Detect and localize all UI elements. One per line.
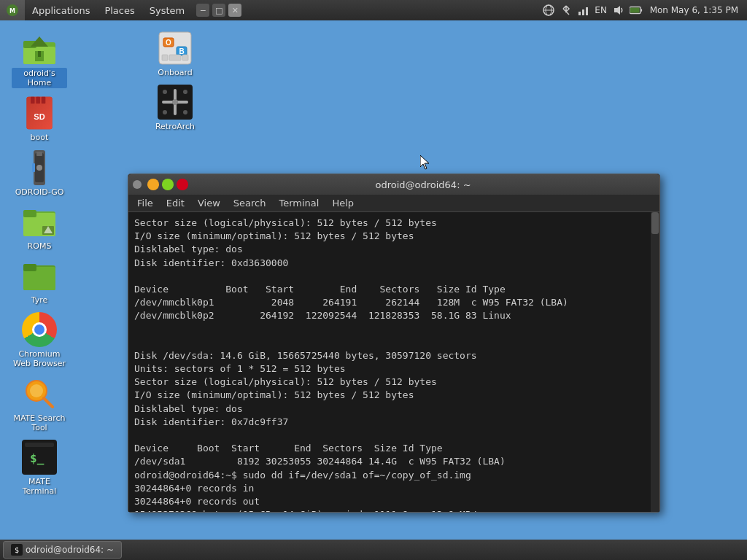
svg-rect-5 <box>578 12 581 15</box>
home-icon-label: odroid's Home <box>12 68 67 88</box>
chromium-label: Chromium Web Browser <box>12 349 67 368</box>
svg-rect-7 <box>586 7 588 15</box>
terminal-task-icon: $ <box>11 544 23 556</box>
terminal-body: Sector size (logical/physical): 512 byte… <box>128 212 659 512</box>
terminal-content-area[interactable]: Sector size (logical/physical): 512 byte… <box>128 212 651 512</box>
search-tool-icon <box>22 376 57 411</box>
svg-rect-20 <box>31 97 35 104</box>
svg-rect-10 <box>640 9 642 12</box>
terminal-menubar: File Edit View Search Terminal Help <box>128 195 659 212</box>
onboard-keyboard-icon: O B <box>158 31 193 66</box>
bluetooth-icon[interactable] <box>560 4 573 17</box>
desktop-icon-retroarch[interactable]: RetroArch <box>146 85 204 131</box>
terminal-menu-view[interactable]: View <box>192 195 226 211</box>
home-folder-icon <box>22 31 57 66</box>
odroid-go-icon <box>22 150 57 185</box>
svg-rect-28 <box>32 163 35 172</box>
odroid-go-label: ODROID-GO <box>15 187 64 197</box>
taskbar-bottom: $ odroid@odroid64: ~ <box>0 540 747 560</box>
terminal-scrollbar[interactable] <box>651 212 659 512</box>
svg-point-54 <box>183 90 187 94</box>
places-menu[interactable]: Places <box>97 0 142 20</box>
terminal-scrollbar-thumb[interactable] <box>651 212 659 234</box>
applications-menu[interactable]: Applications <box>25 0 97 20</box>
svg-point-55 <box>163 110 167 114</box>
desktop-icon-onboard[interactable]: O B Onboard <box>146 31 204 77</box>
terminal-maximize-btn[interactable] <box>162 179 174 190</box>
onboard-label: Onboard <box>158 68 192 77</box>
svg-point-52 <box>172 99 178 105</box>
svg-rect-21 <box>36 97 40 104</box>
terminal-title: odroid@odroid64: ~ <box>191 179 655 190</box>
desktop-icon-search[interactable]: MATE Search Tool <box>10 376 69 432</box>
signal-icon[interactable] <box>577 4 590 17</box>
svg-rect-36 <box>23 264 36 271</box>
minimize-control[interactable]: ─ <box>196 4 209 17</box>
svg-text:$_: $_ <box>30 451 44 465</box>
terminal-close-btn[interactable] <box>177 179 188 190</box>
boot-sd-icon: SD <box>22 96 57 131</box>
top-menu-items: M Applications Places System ─ □ ✕ <box>0 0 246 20</box>
desktop-icon-odroid-go[interactable]: ODROID-GO <box>10 150 69 197</box>
svg-line-39 <box>44 398 53 407</box>
tyre-icon-label: Tyre <box>31 295 48 305</box>
desktop-icon-boot[interactable]: SD boot <box>10 96 69 142</box>
terminal-window: odroid@odroid64: ~ File Edit View Search… <box>128 174 660 513</box>
volume-icon[interactable] <box>612 4 625 17</box>
tyre-folder-icon <box>22 258 57 293</box>
svg-point-53 <box>163 90 167 94</box>
terminal-taskbar-item[interactable]: $ odroid@odroid64: ~ <box>3 541 122 559</box>
desktop-icon-home[interactable]: odroid's Home <box>10 31 69 88</box>
close-control[interactable]: ✕ <box>228 4 241 17</box>
search-tool-label: MATE Search Tool <box>12 413 67 432</box>
desktop-icon-tyre[interactable]: Tyre <box>10 258 69 305</box>
svg-marker-8 <box>614 6 620 15</box>
network-icon[interactable] <box>542 4 555 17</box>
terminal-desktop-icon: $_ <box>22 440 57 475</box>
taskbar-top: M Applications Places System ─ □ ✕ <box>0 0 747 20</box>
terminal-titlebar: odroid@odroid64: ~ <box>128 174 659 195</box>
desktop-icon-terminal[interactable]: $_ MATE Terminal <box>10 440 69 496</box>
svg-point-56 <box>183 110 187 114</box>
svg-point-27 <box>36 165 42 171</box>
chromium-icon <box>22 312 57 347</box>
svg-text:B: B <box>179 47 184 55</box>
mate-logo[interactable]: M <box>0 0 25 20</box>
terminal-menu-edit[interactable]: Edit <box>160 195 190 211</box>
svg-point-38 <box>30 384 43 397</box>
terminal-menu-file[interactable]: File <box>131 195 159 211</box>
svg-rect-26 <box>36 152 42 156</box>
terminal-icon-small <box>133 180 142 189</box>
desktop-icons-col2: O B Onboard <box>146 31 204 131</box>
svg-text:O: O <box>166 39 171 47</box>
maximize-control[interactable]: □ <box>212 4 225 17</box>
clock[interactable]: Mon May 6, 1:35 PM <box>647 4 741 17</box>
language-indicator[interactable]: EN <box>595 4 608 17</box>
svg-rect-50 <box>182 55 188 61</box>
terminal-task-label: odroid@odroid64: ~ <box>26 545 114 555</box>
desktop-icon-roms[interactable]: ROMS <box>10 204 69 251</box>
desktop-icon-chromium[interactable]: Chromium Web Browser <box>10 312 69 368</box>
svg-text:M: M <box>9 8 15 15</box>
roms-folder-icon <box>22 204 57 239</box>
terminal-menu-search[interactable]: Search <box>228 195 272 211</box>
system-tray: EN Mon May 6, 1:35 PM <box>542 4 747 17</box>
system-menu[interactable]: System <box>142 0 192 20</box>
desktop-icons-col1: odroid's Home SD <box>0 20 69 496</box>
retroarch-label: RetroArch <box>155 122 195 131</box>
svg-rect-41 <box>25 443 54 447</box>
svg-text:SD: SD <box>34 113 44 122</box>
svg-rect-31 <box>23 210 36 217</box>
svg-rect-11 <box>630 7 640 12</box>
battery-icon[interactable] <box>630 4 643 17</box>
terminal-minimize-btn[interactable] <box>147 179 159 190</box>
terminal-menu-help[interactable]: Help <box>326 195 360 211</box>
terminal-desktop-label: MATE Terminal <box>12 477 67 496</box>
retroarch-icon <box>158 85 193 120</box>
svg-rect-6 <box>582 9 584 15</box>
svg-rect-17 <box>38 51 41 57</box>
svg-rect-22 <box>42 97 46 104</box>
roms-icon-label: ROMS <box>28 241 52 251</box>
boot-icon-label: boot <box>31 133 49 142</box>
terminal-menu-terminal[interactable]: Terminal <box>273 195 325 211</box>
